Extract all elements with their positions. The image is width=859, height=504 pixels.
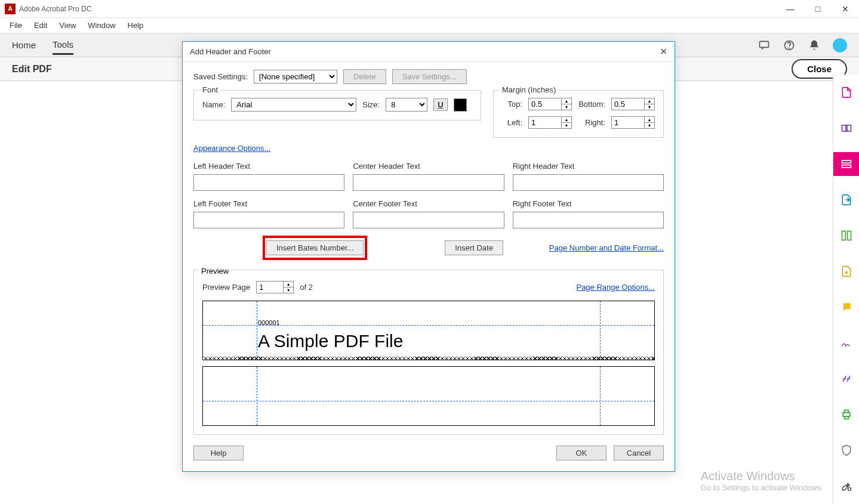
right-header-input[interactable] <box>513 174 664 191</box>
rail-edit-pdf-icon[interactable] <box>833 152 860 176</box>
svg-rect-10 <box>844 410 848 413</box>
tab-tools[interactable]: Tools <box>53 36 73 55</box>
left-footer-label: Left Footer Text <box>193 199 344 208</box>
font-color-swatch[interactable] <box>454 98 467 112</box>
margin-top-input[interactable] <box>528 98 561 110</box>
preview-bates-number: 000001 <box>258 319 280 326</box>
saved-settings-label: Saved Settings: <box>193 72 248 81</box>
margin-left-input[interactable] <box>528 116 561 129</box>
preview-header-area: 000001 A Simple PDF File <box>202 301 655 360</box>
preview-document-title: A Simple PDF File <box>258 331 403 351</box>
rail-send-icon[interactable] <box>833 259 860 283</box>
title-bar: A Adobe Acrobat Pro DC — □ ✕ <box>0 0 859 18</box>
font-legend: Font <box>200 85 220 94</box>
margin-top-label: Top: <box>502 100 522 109</box>
margin-left-spinner[interactable]: ▲▼ <box>528 116 572 129</box>
saved-settings-select[interactable]: [None specified] <box>254 70 337 84</box>
preview-footer-area <box>202 366 655 426</box>
font-name-select[interactable]: Arial <box>231 98 356 112</box>
rail-print-icon[interactable] <box>833 403 860 426</box>
preview-page-input[interactable] <box>256 281 283 293</box>
left-header-input[interactable] <box>193 174 344 191</box>
svg-point-12 <box>848 488 851 491</box>
margin-right-label: Right: <box>578 118 605 127</box>
preview-page-label: Preview Page <box>202 283 250 292</box>
center-header-label: Center Header Text <box>353 162 504 171</box>
menu-help[interactable]: Help <box>122 20 150 31</box>
left-footer-input[interactable] <box>193 212 344 228</box>
rail-more-tools-icon[interactable] <box>833 474 860 498</box>
maximize-button[interactable]: □ <box>804 0 832 18</box>
menu-bar: File Edit View Window Help <box>0 18 859 33</box>
help-icon[interactable] <box>783 39 796 52</box>
ok-button[interactable]: OK <box>556 446 606 460</box>
windows-activation-watermark: Activate Windows Go to Settings to activ… <box>701 469 823 492</box>
font-size-select[interactable]: 8 <box>386 98 427 112</box>
watermark-heading: Activate Windows <box>701 469 823 483</box>
notifications-icon[interactable] <box>808 39 821 52</box>
app-icon: A <box>5 4 16 14</box>
center-footer-label: Center Footer Text <box>353 199 504 208</box>
save-settings-button[interactable]: Save Settings... <box>392 69 467 84</box>
appearance-options-link[interactable]: Appearance Options... <box>193 144 270 153</box>
svg-point-2 <box>789 48 790 48</box>
font-size-label: Size: <box>362 100 380 109</box>
rail-fill-sign-icon[interactable] <box>833 331 860 355</box>
menu-view[interactable]: View <box>53 20 82 31</box>
insert-date-button[interactable]: Insert Date <box>445 240 503 255</box>
margin-bottom-spinner[interactable]: ▲▼ <box>611 98 655 110</box>
tab-home[interactable]: Home <box>12 36 36 54</box>
rail-protect-icon[interactable] <box>833 438 860 462</box>
rail-organize-icon[interactable] <box>833 224 860 248</box>
add-header-footer-dialog: Add Header and Footer ✕ Saved Settings: … <box>182 41 675 472</box>
svg-rect-7 <box>842 231 845 240</box>
app-title: Adobe Acrobat Pro DC <box>19 5 91 13</box>
highlight-annotation: Insert Bates Number... <box>263 236 367 260</box>
cancel-button[interactable]: Cancel <box>614 446 664 460</box>
rail-redact-icon[interactable] <box>833 367 860 391</box>
margin-bottom-input[interactable] <box>611 98 644 110</box>
left-header-label: Left Header Text <box>193 162 344 171</box>
margin-right-spinner[interactable]: ▲▼ <box>611 116 655 129</box>
insert-bates-number-button[interactable]: Insert Bates Number... <box>266 240 364 255</box>
svg-rect-0 <box>760 41 769 47</box>
avatar[interactable] <box>833 38 847 52</box>
margin-bottom-label: Bottom: <box>578 100 605 109</box>
page-range-options-link[interactable]: Page Range Options... <box>576 283 655 292</box>
watermark-sub: Go to Settings to activate Windows. <box>701 483 823 492</box>
menu-edit[interactable]: Edit <box>28 20 53 31</box>
margin-top-spinner[interactable]: ▲▼ <box>528 98 572 110</box>
margin-left-label: Left: <box>502 118 522 127</box>
page-number-date-format-link[interactable]: Page Number and Date Format... <box>549 243 664 252</box>
rail-export-pdf-icon[interactable] <box>833 188 860 212</box>
right-footer-input[interactable] <box>513 212 664 228</box>
delete-button[interactable]: Delete <box>343 69 386 84</box>
comments-icon[interactable] <box>758 39 771 52</box>
font-name-label: Name: <box>202 100 225 109</box>
preview-page-of: of 2 <box>300 283 313 292</box>
menu-file[interactable]: File <box>4 20 28 31</box>
dialog-titlebar: Add Header and Footer ✕ <box>183 42 675 62</box>
center-header-input[interactable] <box>353 174 504 191</box>
dialog-close-icon[interactable]: ✕ <box>660 46 667 57</box>
center-footer-input[interactable] <box>353 212 504 228</box>
help-button[interactable]: Help <box>193 446 244 460</box>
minimize-button[interactable]: — <box>777 0 804 18</box>
svg-rect-9 <box>843 413 850 417</box>
svg-rect-6 <box>842 165 851 168</box>
dialog-title-text: Add Header and Footer <box>190 47 271 56</box>
svg-rect-8 <box>847 231 851 240</box>
underline-button[interactable]: U <box>433 98 447 111</box>
margin-right-input[interactable] <box>611 116 644 129</box>
margin-legend: Margin (Inches) <box>500 85 558 94</box>
svg-rect-5 <box>842 160 851 163</box>
menu-window[interactable]: Window <box>82 20 121 31</box>
svg-rect-11 <box>844 416 848 419</box>
rail-create-pdf-icon[interactable] <box>833 81 860 104</box>
preview-page-spinner[interactable]: ▲▼ <box>256 281 294 293</box>
right-tool-rail <box>833 75 859 504</box>
close-window-button[interactable]: ✕ <box>832 0 859 18</box>
rail-combine-icon[interactable] <box>833 116 860 140</box>
tool-title: Edit PDF <box>12 64 52 75</box>
rail-comment-icon[interactable] <box>833 295 860 319</box>
